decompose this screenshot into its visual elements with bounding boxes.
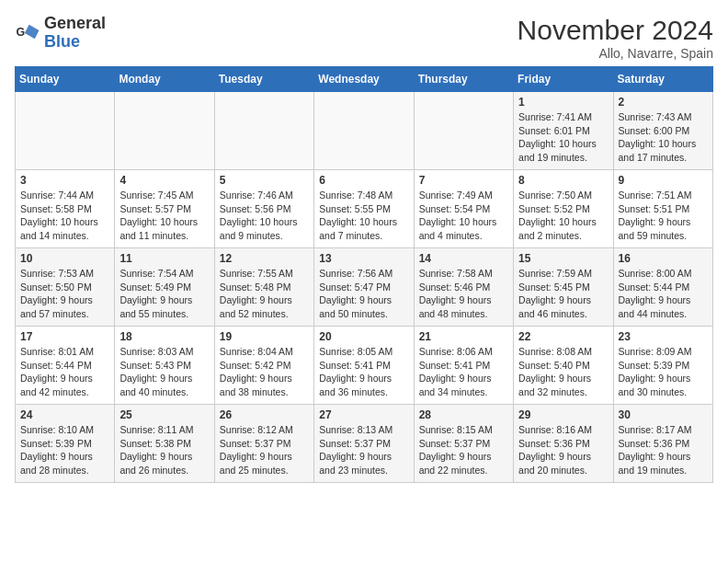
calendar-cell: 23Sunrise: 8:09 AM Sunset: 5:39 PM Dayli… (613, 327, 712, 405)
page-header: G General Blue November 2024 Allo, Navar… (15, 15, 713, 61)
day-number: 27 (319, 408, 408, 421)
logo-text: General Blue (44, 15, 106, 52)
day-info: Sunrise: 8:06 AM Sunset: 5:41 PM Dayligh… (419, 345, 508, 399)
title-block: November 2024 Allo, Navarre, Spain (518, 15, 713, 61)
day-info: Sunrise: 8:17 AM Sunset: 5:36 PM Dayligh… (619, 423, 708, 477)
calendar-cell (214, 92, 313, 170)
day-number: 2 (619, 96, 708, 109)
calendar-cell: 8Sunrise: 7:50 AM Sunset: 5:52 PM Daylig… (514, 170, 613, 248)
day-info: Sunrise: 7:48 AM Sunset: 5:55 PM Dayligh… (319, 189, 408, 243)
calendar-cell: 12Sunrise: 7:55 AM Sunset: 5:48 PM Dayli… (214, 248, 313, 327)
calendar-cell (414, 92, 513, 170)
day-number: 24 (20, 408, 109, 421)
calendar-cell: 9Sunrise: 7:51 AM Sunset: 5:51 PM Daylig… (613, 170, 712, 248)
day-info: Sunrise: 7:53 AM Sunset: 5:50 PM Dayligh… (20, 267, 109, 321)
day-info: Sunrise: 8:09 AM Sunset: 5:39 PM Dayligh… (619, 345, 708, 399)
calendar-cell (314, 92, 414, 170)
day-info: Sunrise: 7:41 AM Sunset: 6:01 PM Dayligh… (518, 110, 608, 165)
calendar-cell (16, 92, 115, 170)
calendar-week-row: 1Sunrise: 7:41 AM Sunset: 6:01 PM Daylig… (16, 92, 713, 170)
day-number: 1 (518, 96, 608, 109)
day-info: Sunrise: 8:03 AM Sunset: 5:43 PM Dayligh… (119, 345, 209, 399)
weekday-header: Monday (115, 67, 214, 92)
day-info: Sunrise: 7:43 AM Sunset: 6:00 PM Dayligh… (619, 110, 708, 165)
day-number: 25 (119, 408, 209, 421)
calendar-cell: 20Sunrise: 8:05 AM Sunset: 5:41 PM Dayli… (314, 327, 414, 405)
weekday-header: Friday (514, 67, 613, 92)
day-number: 6 (319, 174, 408, 187)
day-info: Sunrise: 7:49 AM Sunset: 5:54 PM Dayligh… (419, 189, 508, 243)
day-number: 8 (518, 174, 608, 187)
weekday-header-row: SundayMondayTuesdayWednesdayThursdayFrid… (16, 67, 713, 92)
day-info: Sunrise: 7:51 AM Sunset: 5:51 PM Dayligh… (619, 189, 708, 243)
calendar-cell: 29Sunrise: 8:16 AM Sunset: 5:36 PM Dayli… (514, 405, 613, 483)
day-number: 14 (419, 252, 508, 265)
calendar-cell: 4Sunrise: 7:45 AM Sunset: 5:57 PM Daylig… (115, 170, 214, 248)
day-number: 10 (20, 252, 109, 265)
calendar-cell: 6Sunrise: 7:48 AM Sunset: 5:55 PM Daylig… (314, 170, 414, 248)
calendar-cell: 21Sunrise: 8:06 AM Sunset: 5:41 PM Dayli… (414, 327, 513, 405)
day-number: 19 (220, 330, 309, 343)
day-info: Sunrise: 8:00 AM Sunset: 5:44 PM Dayligh… (619, 267, 708, 321)
day-number: 3 (20, 174, 109, 187)
day-number: 30 (619, 408, 708, 421)
svg-text:G: G (17, 26, 26, 39)
calendar-cell: 26Sunrise: 8:12 AM Sunset: 5:37 PM Dayli… (214, 405, 313, 483)
calendar-cell: 22Sunrise: 8:08 AM Sunset: 5:40 PM Dayli… (514, 327, 613, 405)
weekday-header: Sunday (16, 67, 115, 92)
day-info: Sunrise: 8:16 AM Sunset: 5:36 PM Dayligh… (518, 423, 608, 477)
day-info: Sunrise: 7:44 AM Sunset: 5:58 PM Dayligh… (20, 189, 109, 243)
location: Allo, Navarre, Spain (518, 46, 713, 61)
calendar-cell: 27Sunrise: 8:13 AM Sunset: 5:37 PM Dayli… (314, 405, 414, 483)
calendar-cell: 18Sunrise: 8:03 AM Sunset: 5:43 PM Dayli… (115, 327, 214, 405)
day-info: Sunrise: 7:58 AM Sunset: 5:46 PM Dayligh… (419, 267, 508, 321)
calendar-table: SundayMondayTuesdayWednesdayThursdayFrid… (15, 66, 713, 483)
day-number: 15 (518, 252, 608, 265)
day-number: 7 (419, 174, 508, 187)
logo: G General Blue (15, 15, 106, 52)
calendar-cell: 30Sunrise: 8:17 AM Sunset: 5:36 PM Dayli… (613, 405, 712, 483)
calendar-cell: 7Sunrise: 7:49 AM Sunset: 5:54 PM Daylig… (414, 170, 513, 248)
calendar-cell: 28Sunrise: 8:15 AM Sunset: 5:37 PM Dayli… (414, 405, 513, 483)
calendar-cell: 1Sunrise: 7:41 AM Sunset: 6:01 PM Daylig… (514, 92, 613, 170)
day-info: Sunrise: 8:04 AM Sunset: 5:42 PM Dayligh… (220, 345, 309, 399)
calendar-cell: 5Sunrise: 7:46 AM Sunset: 5:56 PM Daylig… (214, 170, 313, 248)
calendar-cell: 16Sunrise: 8:00 AM Sunset: 5:44 PM Dayli… (613, 248, 712, 327)
day-info: Sunrise: 8:11 AM Sunset: 5:38 PM Dayligh… (119, 423, 209, 477)
day-info: Sunrise: 8:13 AM Sunset: 5:37 PM Dayligh… (319, 423, 408, 477)
day-number: 23 (619, 330, 708, 343)
day-number: 28 (419, 408, 508, 421)
day-number: 13 (319, 252, 408, 265)
calendar-cell: 11Sunrise: 7:54 AM Sunset: 5:49 PM Dayli… (115, 248, 214, 327)
weekday-header: Thursday (414, 67, 513, 92)
day-info: Sunrise: 8:10 AM Sunset: 5:39 PM Dayligh… (20, 423, 109, 477)
day-number: 4 (119, 174, 209, 187)
day-info: Sunrise: 7:54 AM Sunset: 5:49 PM Dayligh… (119, 267, 209, 321)
day-number: 9 (619, 174, 708, 187)
logo-icon: G (15, 20, 40, 46)
day-number: 5 (220, 174, 309, 187)
day-info: Sunrise: 8:05 AM Sunset: 5:41 PM Dayligh… (319, 345, 408, 399)
calendar-cell: 2Sunrise: 7:43 AM Sunset: 6:00 PM Daylig… (613, 92, 712, 170)
weekday-header: Saturday (613, 67, 712, 92)
calendar-cell: 14Sunrise: 7:58 AM Sunset: 5:46 PM Dayli… (414, 248, 513, 327)
calendar-week-row: 10Sunrise: 7:53 AM Sunset: 5:50 PM Dayli… (16, 248, 713, 327)
calendar-cell: 3Sunrise: 7:44 AM Sunset: 5:58 PM Daylig… (16, 170, 115, 248)
calendar-week-row: 3Sunrise: 7:44 AM Sunset: 5:58 PM Daylig… (16, 170, 713, 248)
calendar-week-row: 17Sunrise: 8:01 AM Sunset: 5:44 PM Dayli… (16, 327, 713, 405)
calendar-cell: 25Sunrise: 8:11 AM Sunset: 5:38 PM Dayli… (115, 405, 214, 483)
weekday-header: Tuesday (214, 67, 313, 92)
svg-marker-1 (25, 24, 40, 39)
day-info: Sunrise: 7:55 AM Sunset: 5:48 PM Dayligh… (220, 267, 309, 321)
calendar-cell: 10Sunrise: 7:53 AM Sunset: 5:50 PM Dayli… (16, 248, 115, 327)
day-number: 20 (319, 330, 408, 343)
day-info: Sunrise: 7:45 AM Sunset: 5:57 PM Dayligh… (119, 189, 209, 243)
calendar-cell: 17Sunrise: 8:01 AM Sunset: 5:44 PM Dayli… (16, 327, 115, 405)
day-info: Sunrise: 7:50 AM Sunset: 5:52 PM Dayligh… (518, 189, 608, 243)
calendar-cell: 15Sunrise: 7:59 AM Sunset: 5:45 PM Dayli… (514, 248, 613, 327)
day-number: 12 (220, 252, 309, 265)
month-title: November 2024 (518, 15, 713, 46)
day-info: Sunrise: 8:15 AM Sunset: 5:37 PM Dayligh… (419, 423, 508, 477)
day-number: 22 (518, 330, 608, 343)
day-info: Sunrise: 7:59 AM Sunset: 5:45 PM Dayligh… (518, 267, 608, 321)
